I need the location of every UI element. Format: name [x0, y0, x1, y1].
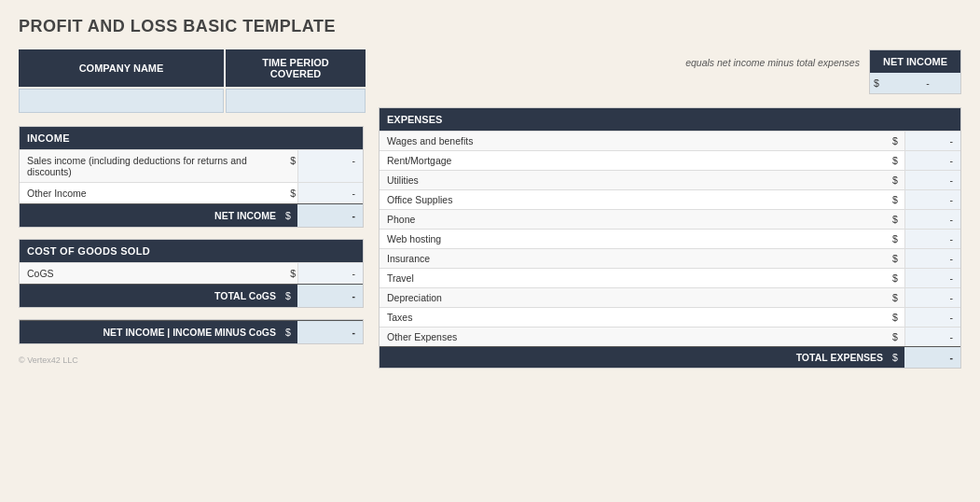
right-column: equals net income minus total expenses N…	[379, 49, 961, 369]
exp-travel-value[interactable]: -	[904, 269, 960, 287]
net-income-dollar: $	[870, 73, 883, 93]
income-other-dollar: $	[283, 183, 297, 203]
exp-taxes-value[interactable]: -	[904, 308, 960, 327]
cogs-row: CoGS $ -	[20, 262, 363, 284]
exp-row-utilities: Utilities $ -	[380, 170, 960, 189]
exp-other-value[interactable]: -	[904, 328, 960, 346]
exp-depreciation-label: Depreciation	[380, 288, 890, 307]
exp-travel-label: Travel	[380, 269, 890, 287]
exp-travel-dollar: $	[890, 269, 904, 287]
exp-row-rent: Rent/Mortgage $ -	[380, 150, 960, 170]
time-period-header: TIME PERIOD COVERED	[226, 49, 366, 87]
cogs-total-label: TOTAL CoGS	[20, 285, 283, 307]
income-header: INCOME	[20, 127, 363, 149]
exp-row-webhosting: Web hosting $ -	[380, 229, 960, 248]
income-other-label: Other Income	[20, 183, 283, 203]
income-sales-value[interactable]: -	[297, 150, 363, 182]
income-total-label: NET INCOME	[20, 204, 283, 227]
exp-taxes-dollar: $	[890, 308, 904, 327]
exp-phone-label: Phone	[380, 210, 890, 229]
net-income-cogs-row: NET INCOME | INCOME MINUS CoGS $ -	[20, 320, 363, 343]
expenses-total-row: TOTAL EXPENSES $ -	[380, 346, 960, 368]
exp-row-depreciation: Depreciation $ -	[380, 287, 960, 307]
exp-webhosting-label: Web hosting	[380, 230, 890, 248]
exp-utilities-label: Utilities	[380, 171, 890, 189]
cogs-label: CoGS	[20, 263, 283, 284]
exp-row-other: Other Expenses $ -	[380, 327, 960, 346]
income-total-dollar: $	[283, 204, 297, 227]
income-sales-label: Sales income (including deductions for r…	[20, 150, 283, 182]
page-title: PROFIT AND LOSS BASIC TEMPLATE	[19, 17, 961, 36]
exp-office-value[interactable]: -	[904, 190, 960, 209]
company-name-header: COMPANY NAME	[19, 49, 224, 87]
expenses-total-dollar: $	[890, 347, 904, 368]
exp-office-label: Office Supplies	[380, 190, 890, 209]
watermark: © Vertex42 LLC	[19, 356, 364, 365]
income-row-other: Other Income $ -	[20, 182, 363, 203]
income-other-value[interactable]: -	[297, 183, 363, 203]
cogs-total-row: TOTAL CoGS $ -	[20, 284, 363, 307]
net-income-cogs-section: NET INCOME | INCOME MINUS CoGS $ -	[19, 319, 364, 344]
exp-taxes-label: Taxes	[380, 308, 890, 327]
net-income-description: equals net income minus total expenses	[685, 49, 869, 68]
expenses-section: EXPENSES Wages and benefits $ - Rent/Mor…	[379, 107, 961, 369]
cogs-total-value: -	[297, 285, 363, 307]
exp-rent-dollar: $	[890, 151, 904, 170]
income-sales-dollar: $	[283, 150, 297, 182]
exp-wages-label: Wages and benefits	[380, 132, 890, 150]
company-name-input[interactable]	[19, 89, 224, 113]
exp-depreciation-value[interactable]: -	[904, 288, 960, 307]
income-total-value: -	[297, 204, 363, 227]
exp-row-taxes: Taxes $ -	[380, 307, 960, 327]
exp-phone-dollar: $	[890, 210, 904, 229]
exp-rent-value[interactable]: -	[904, 151, 960, 170]
exp-other-dollar: $	[890, 328, 904, 346]
exp-webhosting-value[interactable]: -	[904, 230, 960, 248]
cogs-header: COST OF GOODS SOLD	[20, 240, 363, 262]
net-income-cogs-value: -	[297, 321, 363, 343]
exp-utilities-value[interactable]: -	[904, 171, 960, 189]
expenses-total-value: -	[904, 347, 960, 368]
income-total-row: NET INCOME $ -	[20, 203, 363, 227]
exp-insurance-value[interactable]: -	[904, 249, 960, 268]
net-income-block: NET INCOME $ -	[869, 49, 961, 94]
exp-phone-value[interactable]: -	[904, 210, 960, 229]
income-section: INCOME Sales income (including deduction…	[19, 126, 364, 228]
exp-webhosting-dollar: $	[890, 230, 904, 248]
exp-insurance-label: Insurance	[380, 249, 890, 268]
exp-utilities-dollar: $	[890, 171, 904, 189]
exp-row-travel: Travel $ -	[380, 268, 960, 287]
exp-row-phone: Phone $ -	[380, 209, 960, 229]
income-row-sales: Sales income (including deductions for r…	[20, 149, 363, 182]
net-income-cogs-dollar: $	[283, 321, 297, 343]
net-income-block-header: NET INCOME	[870, 50, 960, 73]
exp-insurance-dollar: $	[890, 249, 904, 268]
cogs-total-dollar: $	[283, 285, 297, 307]
exp-row-wages: Wages and benefits $ -	[380, 131, 960, 150]
exp-row-office: Office Supplies $ -	[380, 189, 960, 209]
net-income-cogs-label: NET INCOME | INCOME MINUS CoGS	[20, 321, 283, 343]
exp-rent-label: Rent/Mortgage	[380, 151, 890, 170]
exp-row-insurance: Insurance $ -	[380, 248, 960, 268]
cogs-value[interactable]: -	[297, 263, 363, 284]
net-income-value-row: $ -	[870, 73, 960, 93]
time-period-input[interactable]	[226, 89, 366, 113]
net-income-summary: equals net income minus total expenses N…	[379, 49, 961, 94]
net-income-val: -	[883, 73, 939, 93]
exp-depreciation-dollar: $	[890, 288, 904, 307]
left-column: COMPANY NAME TIME PERIOD COVERED INCOME …	[19, 49, 364, 369]
exp-wages-dollar: $	[890, 132, 904, 150]
cogs-section: COST OF GOODS SOLD CoGS $ - TOTAL CoGS $…	[19, 239, 364, 308]
expenses-total-label: TOTAL EXPENSES	[380, 347, 890, 368]
exp-office-dollar: $	[890, 190, 904, 209]
exp-wages-value[interactable]: -	[904, 132, 960, 150]
cogs-dollar: $	[283, 263, 297, 284]
exp-other-label: Other Expenses	[380, 328, 890, 346]
expenses-header: EXPENSES	[380, 108, 960, 131]
